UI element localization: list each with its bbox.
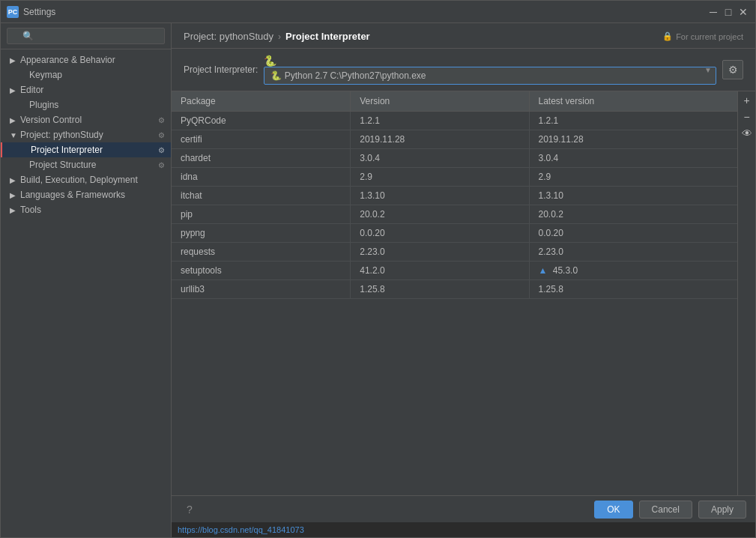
package-latest-version: 2019.11.28 [529, 130, 737, 149]
table-row[interactable]: setuptools41.2.0▲ 45.3.0 [172, 262, 737, 280]
package-latest-version: 1.2.1 [529, 112, 737, 130]
package-name: requests [172, 243, 351, 262]
package-name: setuptools [172, 262, 351, 280]
sidebar-item-label: Tools [20, 205, 165, 215]
package-latest-version: 3.0.4 [529, 149, 737, 168]
apply-button[interactable]: Apply [698, 501, 746, 519]
window-title: Settings [23, 7, 707, 17]
table-row[interactable]: PyQRCode1.2.11.2.1 [172, 112, 737, 130]
arrow-icon: ▶ [10, 56, 17, 64]
sidebar-item-label: Project Interpreter [31, 145, 155, 155]
arrow-icon: ▶ [10, 176, 17, 184]
sidebar-item-label: Appearance & Behavior [20, 55, 165, 65]
sidebar-item-keymap[interactable]: Keymap [1, 67, 171, 82]
sidebar-item-plugins[interactable]: Plugins [1, 97, 171, 112]
table-header-row: Package Version Latest version [172, 91, 737, 112]
package-name: pip [172, 205, 351, 224]
settings-window: PC Settings ─ □ ✕ ⌕ ▶ Appearance & Behav… [0, 0, 756, 538]
package-name: PyQRCode [172, 112, 351, 130]
package-latest-version: 20.0.2 [529, 205, 737, 224]
search-box: ⌕ [1, 23, 171, 49]
interpreter-settings-icon: ⚙ [158, 146, 165, 154]
status-bar: https://blog.csdn.net/qq_41841073 [172, 522, 755, 537]
sidebar-item-project-interpreter[interactable]: Project Interpreter ⚙ [1, 142, 171, 157]
table-row[interactable]: idna2.92.9 [172, 168, 737, 187]
table-container: Package Version Latest version PyQRCode1… [172, 91, 755, 495]
package-version: 2.23.0 [351, 243, 529, 262]
table-row[interactable]: pypng0.0.200.0.20 [172, 224, 737, 243]
titlebar: PC Settings ─ □ ✕ [1, 1, 755, 23]
sidebar-item-label: Project: pythonStudy [20, 130, 155, 140]
package-table: Package Version Latest version PyQRCode1… [172, 91, 737, 299]
panel-header: Project: pythonStudy › Project Interpret… [172, 23, 755, 49]
table-row[interactable]: requests2.23.02.23.0 [172, 243, 737, 262]
package-name: urllib3 [172, 280, 351, 299]
bottom-bar: ? OK Cancel Apply [172, 495, 755, 522]
package-version: 1.2.1 [351, 112, 529, 130]
main-content: ⌕ ▶ Appearance & Behavior Keymap ▶ Edito… [1, 23, 755, 537]
interpreter-select-wrapper: 🐍 🐍 Python 2.7 C:\Python27\python.exe ▼ [264, 55, 716, 85]
lock-icon: 🔒 [662, 31, 673, 41]
sidebar-item-vcs[interactable]: ▶ Version Control ⚙ [1, 112, 171, 127]
eye-button[interactable]: 👁 [740, 126, 755, 141]
search-input[interactable] [7, 28, 165, 44]
package-latest-version: ▲ 45.3.0 [529, 262, 737, 280]
sidebar-item-languages[interactable]: ▶ Languages & Frameworks [1, 187, 171, 202]
arrow-icon: ▶ [10, 206, 17, 214]
table-row[interactable]: chardet3.0.43.0.4 [172, 149, 737, 168]
package-latest-version: 2.23.0 [529, 243, 737, 262]
table-row[interactable]: urllib31.25.81.25.8 [172, 280, 737, 299]
sidebar: ⌕ ▶ Appearance & Behavior Keymap ▶ Edito… [1, 23, 172, 537]
cancel-button[interactable]: Cancel [639, 501, 692, 519]
table-row[interactable]: pip20.0.220.0.2 [172, 205, 737, 224]
interpreter-settings-button[interactable]: ⚙ [722, 60, 743, 79]
for-current-project-label: For current project [676, 32, 743, 41]
col-version[interactable]: Version [351, 91, 529, 112]
sidebar-nav: ▶ Appearance & Behavior Keymap ▶ Editor … [1, 49, 171, 537]
help-button[interactable]: ? [181, 501, 199, 519]
interpreter-select[interactable]: 🐍 Python 2.7 C:\Python27\python.exe [264, 67, 716, 85]
sidebar-item-project[interactable]: ▼ Project: pythonStudy ⚙ [1, 127, 171, 142]
remove-package-button[interactable]: − [740, 109, 755, 124]
sidebar-item-appearance[interactable]: ▶ Appearance & Behavior [1, 52, 171, 67]
col-latest[interactable]: Latest version [529, 91, 737, 112]
sidebar-item-build[interactable]: ▶ Build, Execution, Deployment [1, 172, 171, 187]
project-settings-icon: ⚙ [158, 131, 165, 139]
sidebar-item-label: Project Structure [29, 160, 155, 170]
gear-icon: ⚙ [728, 64, 738, 76]
table-row[interactable]: certifi2019.11.282019.11.28 [172, 130, 737, 149]
add-package-button[interactable]: + [740, 93, 755, 108]
status-url[interactable]: https://blog.csdn.net/qq_41841073 [178, 525, 304, 534]
package-table-wrapper[interactable]: Package Version Latest version PyQRCode1… [172, 91, 737, 495]
sidebar-item-project-structure[interactable]: Project Structure ⚙ [1, 157, 171, 172]
package-version: 41.2.0 [351, 262, 529, 280]
right-panel: Project: pythonStudy › Project Interpret… [172, 23, 755, 537]
package-latest-version: 1.3.10 [529, 187, 737, 205]
package-name: itchat [172, 187, 351, 205]
sidebar-item-editor[interactable]: ▶ Editor [1, 82, 171, 97]
package-name: chardet [172, 149, 351, 168]
sidebar-item-label: Plugins [29, 100, 165, 110]
breadcrumb-arrow: › [278, 31, 281, 42]
package-latest-version: 0.0.20 [529, 224, 737, 243]
table-row[interactable]: itchat1.3.101.3.10 [172, 187, 737, 205]
sidebar-item-label: Keymap [29, 70, 165, 80]
sidebar-item-tools[interactable]: ▶ Tools [1, 202, 171, 217]
update-arrow-icon: ▲ [539, 265, 550, 276]
package-version: 2019.11.28 [351, 130, 529, 149]
package-name: idna [172, 168, 351, 187]
interpreter-row: Project Interpreter: 🐍 🐍 Python 2.7 C:\P… [172, 49, 755, 91]
vcs-settings-icon: ⚙ [158, 116, 165, 124]
sidebar-item-label: Version Control [20, 115, 155, 125]
breadcrumb-project: Project: pythonStudy [184, 31, 273, 42]
ok-button[interactable]: OK [594, 501, 632, 519]
app-icon: PC [7, 6, 19, 18]
arrow-icon: ▶ [10, 116, 17, 124]
maximize-button[interactable]: □ [722, 6, 734, 18]
minimize-button[interactable]: ─ [707, 6, 719, 18]
col-package[interactable]: Package [172, 91, 351, 112]
structure-settings-icon: ⚙ [158, 161, 165, 169]
package-name: pypng [172, 224, 351, 243]
package-latest-version: 1.25.8 [529, 280, 737, 299]
close-button[interactable]: ✕ [737, 6, 749, 18]
